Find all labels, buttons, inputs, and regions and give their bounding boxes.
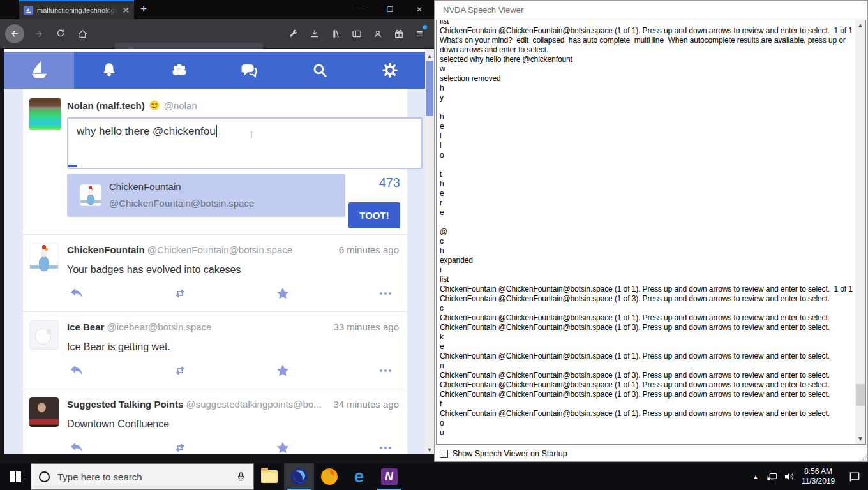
page-scrollbar[interactable]: ▲ ▼: [425, 52, 434, 454]
nvda-speech-line: e: [440, 122, 865, 131]
people-icon: [170, 61, 188, 79]
maximize-button[interactable]: ☐: [375, 0, 405, 19]
browser-toolbar: https://d ••• ☆: [0, 19, 434, 48]
compose-draft-text: why hello there @chickenfou: [77, 125, 217, 137]
post-author-name[interactable]: ChickenFountain: [67, 244, 145, 255]
post-author-name[interactable]: Suggested Talking Points: [67, 399, 183, 410]
menu-hamburger-icon[interactable]: ≡: [409, 24, 430, 43]
nvda-speech-line: h: [440, 246, 865, 256]
compose-avatar[interactable]: [29, 98, 61, 130]
close-button[interactable]: ✕: [405, 0, 434, 19]
boost-icon[interactable]: [172, 440, 189, 454]
back-button[interactable]: [5, 24, 24, 43]
nvda-lines: listChickenFountain @ChickenFountain@bot…: [437, 20, 865, 438]
favorite-star-icon[interactable]: [275, 286, 292, 302]
nav-messages-tab[interactable]: [214, 52, 285, 89]
nvda-speech-line: h: [440, 84, 865, 93]
nvda-button[interactable]: N: [374, 463, 404, 490]
chat-icon: [241, 62, 258, 79]
reply-icon[interactable]: [69, 363, 86, 380]
nvda-speech-log[interactable]: listChickenFountain @ChickenFountain@bot…: [436, 20, 866, 445]
more-options-icon[interactable]: [378, 286, 394, 302]
resize-grip[interactable]: [859, 453, 867, 461]
post-avatar[interactable]: [29, 243, 59, 272]
downloads-icon[interactable]: [304, 24, 325, 43]
text-cursor-pointer: I: [250, 129, 253, 142]
post-author-handle[interactable]: @icebear@botsin.space: [107, 322, 212, 332]
nav-settings-tab[interactable]: [355, 52, 425, 89]
post-author-handle[interactable]: @ChickenFountain@botsin.space: [147, 244, 292, 255]
microphone-icon[interactable]: [236, 470, 246, 483]
nvda-speech-line: ChickenFountain @ChickenFountain@botsin.…: [440, 352, 865, 361]
nvda-speech-line: l: [440, 141, 865, 151]
nvda-speech-line: u: [440, 428, 865, 438]
new-tab-button[interactable]: +: [140, 3, 147, 15]
reply-icon[interactable]: [69, 440, 86, 454]
nvda-scrollbar-thumb[interactable]: [856, 384, 865, 406]
nvda-scroll-down-arrow[interactable]: ▼: [855, 434, 865, 444]
boost-icon[interactable]: [172, 286, 189, 302]
start-button[interactable]: [0, 463, 31, 490]
windows-logo-icon: [10, 471, 21, 482]
nvda-speech-line: e: [440, 189, 865, 198]
taskbar-search-box[interactable]: Type here to search: [31, 463, 254, 490]
sidebar-toggle-icon[interactable]: [346, 24, 367, 43]
firefox-nightly-button[interactable]: [284, 463, 314, 490]
post-author-row: ChickenFountain @ChickenFountain@botsin.…: [67, 244, 334, 255]
file-explorer-button[interactable]: [254, 463, 284, 490]
browser-tab[interactable]: malfunctioning.technology · H ✕: [19, 0, 134, 19]
post-avatar[interactable]: [29, 320, 59, 350]
nvda-speech-line: ChickenFountain @ChickenFountain@botsin.…: [440, 26, 865, 36]
boost-icon[interactable]: [172, 363, 189, 380]
post-timestamp[interactable]: 33 minutes ago: [333, 322, 399, 332]
tools-wrench-icon[interactable]: [283, 24, 304, 43]
nvda-speech-line: r: [440, 198, 865, 208]
favorite-star-icon[interactable]: [275, 363, 292, 380]
whats-new-gift-icon[interactable]: [388, 24, 409, 43]
tray-chevron-icon[interactable]: ▲: [749, 463, 762, 490]
post-timestamp[interactable]: 6 minutes ago: [339, 244, 399, 255]
more-options-icon[interactable]: [378, 363, 394, 380]
minimize-button[interactable]: —: [346, 0, 375, 19]
show-on-startup-checkbox[interactable]: [440, 450, 448, 458]
edge-button[interactable]: e: [344, 463, 374, 490]
scroll-up-arrow[interactable]: ▲: [425, 52, 434, 61]
nvda-speech-line: list: [440, 20, 865, 26]
post-avatar[interactable]: [29, 397, 59, 427]
tab-close-icon[interactable]: ✕: [122, 6, 130, 15]
compose-textarea[interactable]: why hello there @chickenfou: [67, 117, 423, 169]
account-icon[interactable]: [367, 24, 388, 43]
compose-author-row: Nolan (malf.tech) @nolan: [67, 100, 197, 111]
post-content: Downtown Confluence: [67, 419, 169, 430]
nvda-scrollbar[interactable]: ▲ ▼: [855, 20, 865, 444]
nav-community-tab[interactable]: [144, 52, 214, 89]
action-center-icon[interactable]: [845, 463, 864, 490]
nvda-window-title: NVDA Speech Viewer: [435, 1, 867, 20]
autocomplete-suggestion[interactable]: ChickenFountain @ChickenFountain@botsin.…: [67, 174, 345, 217]
nvda-speech-viewer-window: NVDA Speech Viewer listChickenFountain @…: [434, 0, 868, 462]
taskbar-clock[interactable]: 8:56 AM 11/3/2019: [795, 463, 841, 490]
scroll-down-arrow[interactable]: ▼: [425, 445, 434, 454]
library-icon[interactable]: [325, 24, 346, 43]
more-options-icon[interactable]: [378, 440, 394, 454]
home-button[interactable]: [73, 24, 92, 43]
post-author-name[interactable]: Ice Bear: [67, 322, 104, 332]
network-icon[interactable]: [765, 463, 780, 490]
nvda-speech-line: ChickenFountain @ChickenFountain@botsin.…: [440, 313, 865, 323]
favorite-star-icon[interactable]: [275, 440, 292, 454]
nav-notifications-tab[interactable]: [74, 52, 144, 89]
post-timestamp[interactable]: 34 minutes ago: [333, 399, 399, 410]
forward-button[interactable]: [29, 24, 49, 43]
post-author-handle[interactable]: @suggestedtalkingpoints@bo...: [186, 399, 321, 410]
nav-search-tab[interactable]: [285, 52, 355, 89]
firefox-button[interactable]: [314, 463, 344, 490]
refresh-button[interactable]: [51, 24, 70, 43]
nav-home-tab[interactable]: [4, 52, 74, 89]
speaker-icon[interactable]: [781, 463, 797, 490]
reply-icon[interactable]: [69, 286, 86, 302]
nvda-scroll-up-arrow[interactable]: ▲: [855, 20, 865, 31]
nvda-speech-line: ChickenFountain @ChickenFountain@botsin.…: [440, 380, 865, 390]
scrollbar-thumb[interactable]: [426, 61, 433, 116]
cortana-icon: [39, 471, 50, 482]
toot-button[interactable]: TOOT!: [348, 202, 400, 228]
